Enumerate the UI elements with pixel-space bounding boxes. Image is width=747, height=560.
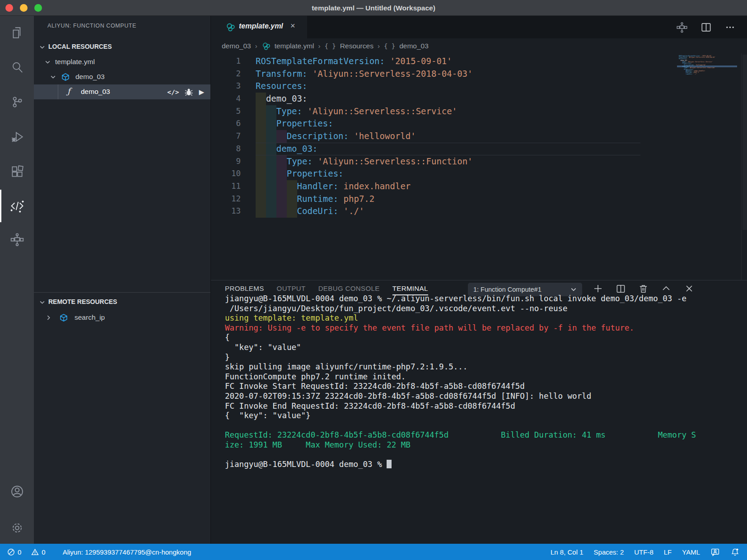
zoom-window-button[interactable] <box>34 4 42 12</box>
sidebar-pane-title: ALIYUN: FUNCTION COMPUTE <box>47 23 136 29</box>
ros-template-icon <box>261 42 271 51</box>
run-and-debug-icon[interactable] <box>0 121 34 153</box>
tree-item-template-yml[interactable]: template.yml <box>34 55 210 70</box>
panel-actions <box>593 283 695 294</box>
search-icon[interactable] <box>0 51 34 84</box>
code-line[interactable]: 9Type: 'Aliyun::Serverless::Function' <box>211 155 677 168</box>
minimap-line: CodeUri: './' <box>679 73 737 75</box>
code-line[interactable]: 1ROSTemplateFormatVersion: '2015-09-01' <box>211 55 677 68</box>
status-bar: 0 0 Aliyun: 1295939377467795@cn-hongkong… <box>0 544 747 560</box>
eol-status[interactable]: LF <box>664 548 672 556</box>
terminal-line: FC Invoke End RequestId: 23224cd0-2bf8-4… <box>225 401 744 411</box>
explorer-icon[interactable] <box>0 17 34 49</box>
close-panel-icon[interactable] <box>684 283 695 294</box>
encoding-status[interactable]: UTF-8 <box>634 548 654 556</box>
more-actions-icon[interactable] <box>724 22 736 33</box>
code-line[interactable]: 2Transform: 'Aliyun::Serverless-2018-04-… <box>211 68 677 80</box>
notifications-bell-icon[interactable] <box>730 547 740 557</box>
tab-output[interactable]: OUTPUT <box>277 285 306 292</box>
maximize-panel-icon[interactable] <box>661 283 672 294</box>
breadcrumbs: demo_03 › template.yml › { } Resources ›… <box>211 38 747 53</box>
extensions-icon[interactable] <box>0 155 34 188</box>
code-line[interactable]: 6Properties: <box>211 117 677 130</box>
terminal-line: /Users/jiangyu/Desktop/fun_project/demo_… <box>225 304 744 314</box>
code-line[interactable]: 10Properties: <box>211 168 677 180</box>
terminal-line: FunctionCompute php7.2 runtime inited. <box>225 372 744 382</box>
breadcrumb-item[interactable]: demo_03 <box>222 42 251 50</box>
settings-gear-icon[interactable] <box>0 512 34 544</box>
terminal-line: FC Invoke Start RequestId: 23224cd0-2bf8… <box>225 382 744 392</box>
editor-tab-bar: template.yml × <box>211 16 747 38</box>
terminal-line <box>225 450 744 460</box>
scrollbar-slider[interactable] <box>742 55 747 230</box>
terminal-line: using template: template.yml <box>225 313 744 323</box>
breadcrumb-separator: › <box>378 42 380 50</box>
code-line[interactable]: 8demo_03: <box>211 143 677 155</box>
terminal-line: RequestId: 23224cd0-2bf8-4b5f-a5b8-cd08f… <box>225 430 744 440</box>
code-line[interactable]: 4demo_03: <box>211 93 677 105</box>
run-play-icon[interactable]: ▶ <box>199 88 204 96</box>
breadcrumb-item[interactable]: template.yml <box>275 42 314 50</box>
tree-item-demo03-function[interactable]: ƒ demo_03 </> ▶ <box>34 84 210 99</box>
minimap[interactable]: ROSTemplateFormatVersion: '2015-09-01'Tr… <box>677 53 737 280</box>
code-line[interactable]: 13CodeUri: './' <box>211 205 677 218</box>
code-line[interactable]: 3Resources: <box>211 80 677 93</box>
close-tab-icon[interactable]: × <box>290 21 295 31</box>
window-title: template.yml — Untitled (Workspace) <box>0 0 747 16</box>
code-line[interactable]: 12Runtime: php7.2 <box>211 193 677 205</box>
split-terminal-icon[interactable] <box>616 284 626 294</box>
tree-item-demo03-service[interactable]: demo_03 <box>34 70 210 84</box>
local-invoke-code-icon[interactable]: </> <box>167 89 179 96</box>
debug-bug-icon[interactable] <box>184 87 194 97</box>
close-window-button[interactable] <box>5 4 13 12</box>
language-mode[interactable]: YAML <box>682 548 700 556</box>
warnings-icon[interactable] <box>31 548 39 556</box>
line-number: 11 <box>211 180 241 193</box>
deploy-action-icon[interactable] <box>676 22 688 33</box>
errors-icon[interactable] <box>7 548 15 556</box>
aliyun-account-status[interactable]: Aliyun: 1295939377467795@cn-hongkong <box>63 548 191 556</box>
tree-item-search-ip[interactable]: search_ip <box>34 310 210 325</box>
terminal-line: Warning: Using -e to specify the event f… <box>225 323 744 333</box>
terminal-line: 2020-07-02T09:15:37Z 23224cd0-2bf8-4b5f-… <box>225 392 744 401</box>
code-line[interactable]: 11Handler: index.handler <box>211 180 677 193</box>
split-editor-icon[interactable] <box>700 22 712 33</box>
indentation-status[interactable]: Spaces: 2 <box>594 548 624 556</box>
minimize-window-button[interactable] <box>20 4 28 12</box>
tab-terminal[interactable]: TERMINAL <box>392 285 428 292</box>
terminal-line <box>225 421 744 431</box>
accounts-icon[interactable] <box>0 476 34 508</box>
terminal-output[interactable]: jiangyu@B-165MLVDL-0004 demo_03 % ~/.ali… <box>225 294 744 542</box>
breadcrumb-item[interactable]: Resources <box>340 42 374 50</box>
line-number: 7 <box>211 130 241 143</box>
tab-problems[interactable]: PROBLEMS <box>225 285 264 292</box>
code-line[interactable]: 5Type: 'Aliyun::Serverless::Service' <box>211 105 677 118</box>
service-cube-icon <box>61 73 70 82</box>
editor-group: template.yml × demo_03 › template.yml › … <box>210 16 747 544</box>
feedback-icon[interactable] <box>710 547 720 557</box>
terminal-line: jiangyu@B-165MLVDL-0004 demo_03 % <box>225 460 744 470</box>
cursor-position[interactable]: Ln 8, Col 1 <box>551 548 584 556</box>
section-remote-resources[interactable]: REMOTE RESOURCES <box>34 295 210 309</box>
kill-terminal-icon[interactable] <box>638 284 649 294</box>
error-count[interactable]: 0 <box>18 548 21 556</box>
tab-debug-console[interactable]: DEBUG CONSOLE <box>318 285 380 292</box>
section-local-resources[interactable]: LOCAL RESOURCES <box>34 40 210 54</box>
aliyun-function-compute-icon[interactable] <box>0 190 34 222</box>
aliyun-deploy-icon[interactable] <box>0 224 34 256</box>
warning-count[interactable]: 0 <box>42 548 45 556</box>
code-editor[interactable]: 1ROSTemplateFormatVersion: '2015-09-01'2… <box>211 53 747 280</box>
terminal-line: ize: 1991 MB Max Memory Used: 22 MB <box>225 440 744 450</box>
editor-scrollbar[interactable] <box>741 53 747 280</box>
line-number: 5 <box>211 105 241 118</box>
activity-bar <box>0 16 34 544</box>
chevron-down-icon <box>45 59 51 65</box>
terminal-line: skip pulling image aliyunfc/runtime-php7… <box>225 362 744 372</box>
source-control-icon[interactable] <box>0 86 34 118</box>
bottom-panel: PROBLEMS OUTPUT DEBUG CONSOLE TERMINAL 1… <box>211 280 747 544</box>
breadcrumb-item[interactable]: demo_03 <box>399 42 429 50</box>
minimap-content: ROSTemplateFormatVersion: '2015-09-01'Tr… <box>679 55 737 75</box>
tab-template-yml[interactable]: template.yml × <box>211 16 307 38</box>
new-terminal-icon[interactable] <box>593 283 603 294</box>
code-line[interactable]: 7Description: 'helloworld' <box>211 130 677 143</box>
